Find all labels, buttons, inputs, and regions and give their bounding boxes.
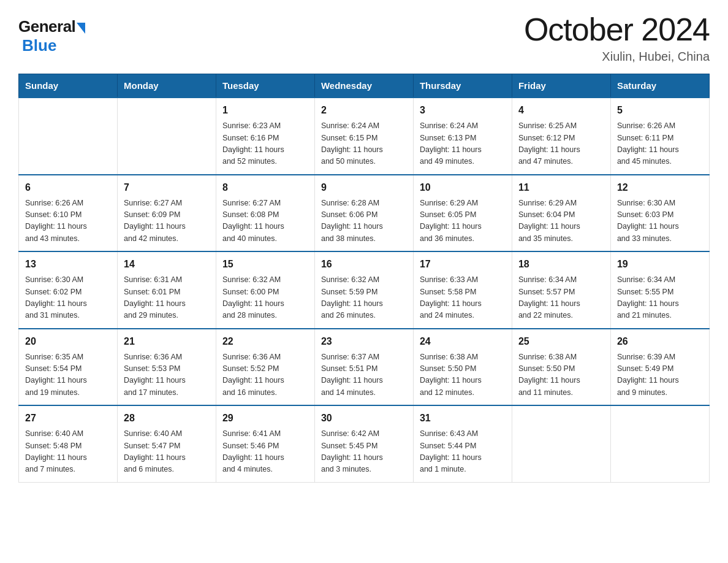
day-number: 21 (124, 334, 210, 349)
day-info: Sunrise: 6:28 AMSunset: 6:06 PMDaylight:… (321, 197, 407, 245)
day-info: Sunrise: 6:35 AMSunset: 5:54 PMDaylight:… (25, 351, 111, 399)
logo-arrow-icon (77, 23, 85, 34)
day-info: Sunrise: 6:42 AMSunset: 5:45 PMDaylight:… (321, 428, 407, 476)
calendar-cell: 26Sunrise: 6:39 AMSunset: 5:49 PMDayligh… (610, 329, 709, 406)
day-info: Sunrise: 6:25 AMSunset: 6:12 PMDaylight:… (518, 120, 604, 168)
calendar-cell: 2Sunrise: 6:24 AMSunset: 6:15 PMDaylight… (314, 98, 413, 175)
day-info: Sunrise: 6:27 AMSunset: 6:08 PMDaylight:… (222, 197, 308, 245)
calendar-cell: 20Sunrise: 6:35 AMSunset: 5:54 PMDayligh… (19, 329, 118, 406)
calendar-cell: 7Sunrise: 6:27 AMSunset: 6:09 PMDaylight… (117, 175, 216, 252)
logo-general-text: General (18, 17, 75, 36)
calendar-cell: 9Sunrise: 6:28 AMSunset: 6:06 PMDaylight… (314, 175, 413, 252)
day-header-sunday: Sunday (19, 74, 118, 98)
header: General Blue October 2024 Xiulin, Hubei,… (18, 12, 710, 64)
calendar-cell (19, 98, 118, 175)
calendar-cell: 21Sunrise: 6:36 AMSunset: 5:53 PMDayligh… (117, 329, 216, 406)
location: Xiulin, Hubei, China (524, 50, 710, 64)
day-info: Sunrise: 6:32 AMSunset: 6:00 PMDaylight:… (222, 274, 308, 322)
day-number: 7 (124, 180, 210, 195)
day-info: Sunrise: 6:26 AMSunset: 6:11 PMDaylight:… (617, 120, 703, 168)
calendar-cell: 24Sunrise: 6:38 AMSunset: 5:50 PMDayligh… (413, 329, 512, 406)
calendar-cell: 5Sunrise: 6:26 AMSunset: 6:11 PMDaylight… (610, 98, 709, 175)
calendar-cell (117, 98, 216, 175)
calendar-cell: 14Sunrise: 6:31 AMSunset: 6:01 PMDayligh… (117, 251, 216, 329)
calendar-cell: 23Sunrise: 6:37 AMSunset: 5:51 PMDayligh… (314, 329, 413, 406)
calendar-cell: 10Sunrise: 6:29 AMSunset: 6:05 PMDayligh… (413, 175, 512, 252)
day-header-wednesday: Wednesday (314, 74, 413, 98)
day-info: Sunrise: 6:30 AMSunset: 6:02 PMDaylight:… (25, 274, 111, 322)
day-header-tuesday: Tuesday (216, 74, 314, 98)
calendar-cell (512, 405, 610, 482)
calendar-cell: 6Sunrise: 6:26 AMSunset: 6:10 PMDaylight… (19, 175, 118, 252)
day-number: 27 (25, 411, 111, 426)
day-header-friday: Friday (512, 74, 610, 98)
calendar-cell: 29Sunrise: 6:41 AMSunset: 5:46 PMDayligh… (216, 405, 314, 482)
day-number: 19 (617, 257, 703, 272)
day-number: 30 (321, 411, 407, 426)
day-number: 10 (420, 180, 506, 195)
day-number: 14 (124, 257, 210, 272)
logo: General Blue (18, 17, 85, 55)
day-number: 2 (321, 103, 407, 118)
calendar-cell: 22Sunrise: 6:36 AMSunset: 5:52 PMDayligh… (216, 329, 314, 406)
calendar-cell: 12Sunrise: 6:30 AMSunset: 6:03 PMDayligh… (610, 175, 709, 252)
day-number: 17 (420, 257, 506, 272)
day-number: 8 (222, 180, 308, 195)
day-info: Sunrise: 6:29 AMSunset: 6:04 PMDaylight:… (518, 197, 604, 245)
day-number: 3 (420, 103, 506, 118)
calendar-cell: 8Sunrise: 6:27 AMSunset: 6:08 PMDaylight… (216, 175, 314, 252)
calendar-cell: 3Sunrise: 6:24 AMSunset: 6:13 PMDaylight… (413, 98, 512, 175)
day-info: Sunrise: 6:37 AMSunset: 5:51 PMDaylight:… (321, 351, 407, 399)
day-info: Sunrise: 6:34 AMSunset: 5:55 PMDaylight:… (617, 274, 703, 322)
day-header-monday: Monday (117, 74, 216, 98)
day-info: Sunrise: 6:34 AMSunset: 5:57 PMDaylight:… (518, 274, 604, 322)
calendar-cell: 27Sunrise: 6:40 AMSunset: 5:48 PMDayligh… (19, 405, 118, 482)
calendar-cell: 30Sunrise: 6:42 AMSunset: 5:45 PMDayligh… (314, 405, 413, 482)
calendar-cell: 15Sunrise: 6:32 AMSunset: 6:00 PMDayligh… (216, 251, 314, 329)
calendar-week-row: 20Sunrise: 6:35 AMSunset: 5:54 PMDayligh… (19, 329, 710, 406)
calendar-cell: 17Sunrise: 6:33 AMSunset: 5:58 PMDayligh… (413, 251, 512, 329)
calendar-header-row: SundayMondayTuesdayWednesdayThursdayFrid… (19, 74, 710, 98)
day-info: Sunrise: 6:38 AMSunset: 5:50 PMDaylight:… (518, 351, 604, 399)
day-number: 11 (518, 180, 604, 195)
day-number: 25 (518, 334, 604, 349)
calendar-cell: 11Sunrise: 6:29 AMSunset: 6:04 PMDayligh… (512, 175, 610, 252)
calendar-week-row: 27Sunrise: 6:40 AMSunset: 5:48 PMDayligh… (19, 405, 710, 482)
day-info: Sunrise: 6:40 AMSunset: 5:47 PMDaylight:… (124, 428, 210, 476)
day-info: Sunrise: 6:40 AMSunset: 5:48 PMDaylight:… (25, 428, 111, 476)
calendar-cell: 18Sunrise: 6:34 AMSunset: 5:57 PMDayligh… (512, 251, 610, 329)
day-info: Sunrise: 6:30 AMSunset: 6:03 PMDaylight:… (617, 197, 703, 245)
day-number: 13 (25, 257, 111, 272)
day-info: Sunrise: 6:41 AMSunset: 5:46 PMDaylight:… (222, 428, 308, 476)
day-info: Sunrise: 6:38 AMSunset: 5:50 PMDaylight:… (420, 351, 506, 399)
day-info: Sunrise: 6:29 AMSunset: 6:05 PMDaylight:… (420, 197, 506, 245)
day-info: Sunrise: 6:27 AMSunset: 6:09 PMDaylight:… (124, 197, 210, 245)
day-info: Sunrise: 6:26 AMSunset: 6:10 PMDaylight:… (25, 197, 111, 245)
day-header-saturday: Saturday (610, 74, 709, 98)
day-number: 16 (321, 257, 407, 272)
calendar-week-row: 13Sunrise: 6:30 AMSunset: 6:02 PMDayligh… (19, 251, 710, 329)
calendar-cell: 1Sunrise: 6:23 AMSunset: 6:16 PMDaylight… (216, 98, 314, 175)
day-number: 28 (124, 411, 210, 426)
day-number: 23 (321, 334, 407, 349)
day-number: 15 (222, 257, 308, 272)
calendar-week-row: 1Sunrise: 6:23 AMSunset: 6:16 PMDaylight… (19, 98, 710, 175)
day-number: 4 (518, 103, 604, 118)
day-info: Sunrise: 6:24 AMSunset: 6:15 PMDaylight:… (321, 120, 407, 168)
day-number: 1 (222, 103, 308, 118)
day-info: Sunrise: 6:32 AMSunset: 5:59 PMDaylight:… (321, 274, 407, 322)
calendar-cell: 19Sunrise: 6:34 AMSunset: 5:55 PMDayligh… (610, 251, 709, 329)
day-number: 22 (222, 334, 308, 349)
day-number: 29 (222, 411, 308, 426)
title-area: October 2024 Xiulin, Hubei, China (524, 12, 710, 64)
day-number: 24 (420, 334, 506, 349)
day-number: 9 (321, 180, 407, 195)
calendar-week-row: 6Sunrise: 6:26 AMSunset: 6:10 PMDaylight… (19, 175, 710, 252)
day-info: Sunrise: 6:36 AMSunset: 5:53 PMDaylight:… (124, 351, 210, 399)
calendar-cell (610, 405, 709, 482)
day-info: Sunrise: 6:36 AMSunset: 5:52 PMDaylight:… (222, 351, 308, 399)
day-info: Sunrise: 6:31 AMSunset: 6:01 PMDaylight:… (124, 274, 210, 322)
calendar-cell: 13Sunrise: 6:30 AMSunset: 6:02 PMDayligh… (19, 251, 118, 329)
calendar-cell: 4Sunrise: 6:25 AMSunset: 6:12 PMDaylight… (512, 98, 610, 175)
day-number: 6 (25, 180, 111, 195)
